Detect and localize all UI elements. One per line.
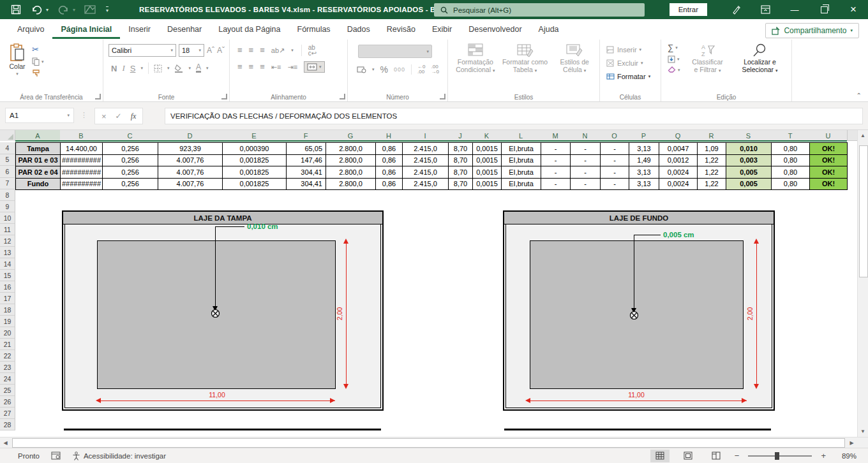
row-header-21[interactable]: 21 (0, 339, 15, 350)
font-name-combobox[interactable]: Calibri▾ (108, 44, 176, 57)
copy-button[interactable]: ▾ (32, 57, 44, 66)
cell-S5[interactable]: 0,003 (726, 154, 772, 167)
scroll-left-icon[interactable]: ◀ (0, 437, 11, 448)
minimize-button[interactable]: — (780, 0, 809, 19)
cell-I7[interactable]: 2.415,0 (402, 178, 449, 191)
tab-revisão[interactable]: Revisão (378, 20, 424, 39)
undo-icon[interactable] (31, 4, 42, 15)
cell-M7[interactable]: - (541, 178, 571, 191)
row-header-11[interactable]: 11 (0, 224, 15, 235)
cell-F5[interactable]: 147,46 (286, 154, 326, 167)
cell-H7[interactable]: 0,86 (375, 178, 403, 191)
cell-D5[interactable]: 4.007,76 (158, 154, 223, 167)
ink-pen-icon[interactable] (721, 0, 751, 19)
page-layout-view-button[interactable] (678, 450, 698, 462)
cell-I4[interactable]: 2.415,0 (402, 142, 449, 155)
cell-R5[interactable]: 1,22 (697, 154, 726, 167)
font-size-combobox[interactable]: 18▾ (179, 44, 204, 57)
cell-K5[interactable]: 0,0015 (472, 154, 502, 167)
ribbon-display-options-icon[interactable] (751, 0, 780, 19)
column-header-Q[interactable]: Q (659, 130, 698, 141)
sign-in-button[interactable]: Entrar (670, 3, 707, 16)
column-header-R[interactable]: R (697, 130, 726, 141)
cell-F7[interactable]: 304,41 (286, 178, 326, 191)
fill-color-dropdown-icon[interactable]: ▾ (188, 66, 191, 71)
horizontal-scrollbar[interactable]: ◀ ▶ (0, 437, 868, 448)
cell-N7[interactable]: - (570, 178, 601, 191)
accessibility-status[interactable]: Acessibilidade: investigar (72, 452, 166, 460)
cell-S6[interactable]: 0,005 (726, 166, 772, 179)
cell-S4[interactable]: 0,010 (726, 142, 772, 155)
bold-button[interactable]: N (111, 64, 117, 73)
cell-C5[interactable]: 0,256 (102, 154, 158, 167)
tab-arquivo[interactable]: Arquivo (9, 20, 52, 39)
column-header-B[interactable]: B (60, 130, 103, 141)
cell-J7[interactable]: 8,70 (448, 178, 473, 191)
shrink-font-button[interactable]: Aˇ (217, 46, 225, 55)
increase-indent-button[interactable]: ⇥≡ (287, 63, 297, 71)
vertical-scrollbar[interactable]: ▲ ▼ (857, 130, 868, 437)
share-button[interactable]: Compartilhamento ▾ (765, 23, 859, 38)
comma-style-button[interactable]: 000 (394, 66, 405, 73)
row-header-4[interactable]: 4 (0, 142, 15, 154)
cell-D4[interactable]: 923,39 (158, 142, 223, 155)
select-all-corner[interactable] (0, 130, 15, 141)
clipboard-dialog-launcher[interactable] (95, 94, 101, 99)
cell-H4[interactable]: 0,86 (375, 142, 403, 155)
cell-Q4[interactable]: 0,0047 (659, 142, 698, 155)
column-header-C[interactable]: C (102, 130, 158, 141)
format-painter-button[interactable] (32, 69, 44, 77)
cell-Q7[interactable]: 0,0024 (659, 178, 698, 191)
column-header-E[interactable]: E (222, 130, 287, 141)
insert-function-icon[interactable]: fx (131, 112, 137, 121)
align-top-button[interactable]: ≡ (237, 47, 243, 54)
cell-F6[interactable]: 304,41 (286, 166, 326, 179)
row-header-26[interactable]: 26 (0, 396, 15, 408)
cell-A6[interactable]: PAR 02 e 04 (15, 166, 61, 179)
accounting-dropdown-icon[interactable]: ▾ (372, 67, 375, 72)
row-header-20[interactable]: 20 (0, 327, 15, 339)
percent-style-button[interactable]: % (380, 64, 388, 75)
column-header-A[interactable]: A (15, 130, 61, 141)
vertical-scroll-thumb[interactable] (859, 145, 868, 277)
cell-J4[interactable]: 8,70 (448, 142, 473, 155)
cell-C6[interactable]: 0,256 (102, 166, 158, 179)
scroll-up-icon[interactable]: ▲ (858, 130, 868, 141)
row-header-5[interactable]: 5 (0, 154, 15, 166)
zoom-slider-handle[interactable] (775, 452, 779, 460)
column-header-M[interactable]: M (541, 130, 571, 141)
column-header-S[interactable]: S (726, 130, 772, 141)
tab-exibir[interactable]: Exibir (424, 20, 460, 39)
accounting-format-button[interactable] (357, 66, 366, 73)
fill-color-button[interactable] (174, 64, 183, 73)
align-right-button[interactable]: ≡ (260, 63, 265, 71)
format-cells-button[interactable]: Formatar▾ (606, 70, 661, 83)
zoom-slider[interactable] (748, 455, 812, 457)
cell-K7[interactable]: 0,0015 (472, 178, 502, 191)
cell-U5[interactable]: OK! (809, 154, 848, 167)
cell-O5[interactable]: - (600, 154, 629, 167)
align-bottom-button[interactable]: ≡ (260, 47, 265, 54)
normal-view-button[interactable] (650, 450, 670, 462)
increase-decimal-button[interactable]: ←0.00 (417, 64, 425, 75)
undo-dropdown-icon[interactable]: ▾ (46, 7, 49, 13)
column-header-K[interactable]: K (472, 130, 502, 141)
borders-button[interactable] (154, 64, 162, 73)
number-dialog-launcher[interactable] (440, 94, 445, 99)
cell-K6[interactable]: 0,0015 (472, 166, 502, 179)
cell-O4[interactable]: - (600, 142, 629, 155)
cell-B6[interactable]: ########## (60, 166, 103, 179)
fill-button[interactable]: ▾ (668, 55, 680, 63)
row-header-15[interactable]: 15 (0, 270, 15, 281)
cell-H5[interactable]: 0,86 (375, 154, 403, 167)
row-header-10[interactable]: 10 (0, 212, 15, 224)
column-header-J[interactable]: J (448, 130, 473, 141)
cell-T5[interactable]: 0,80 (771, 154, 810, 167)
cell-C4[interactable]: 0,256 (102, 142, 158, 155)
cell-P7[interactable]: 3,13 (629, 178, 659, 191)
cell-R6[interactable]: 1,22 (697, 166, 726, 179)
cell-L6[interactable]: EI,bruta (501, 166, 541, 179)
collapse-ribbon-icon[interactable]: ⌃ (857, 92, 862, 99)
enter-icon[interactable]: ✓ (116, 112, 122, 121)
cell-T4[interactable]: 0,80 (771, 142, 810, 155)
